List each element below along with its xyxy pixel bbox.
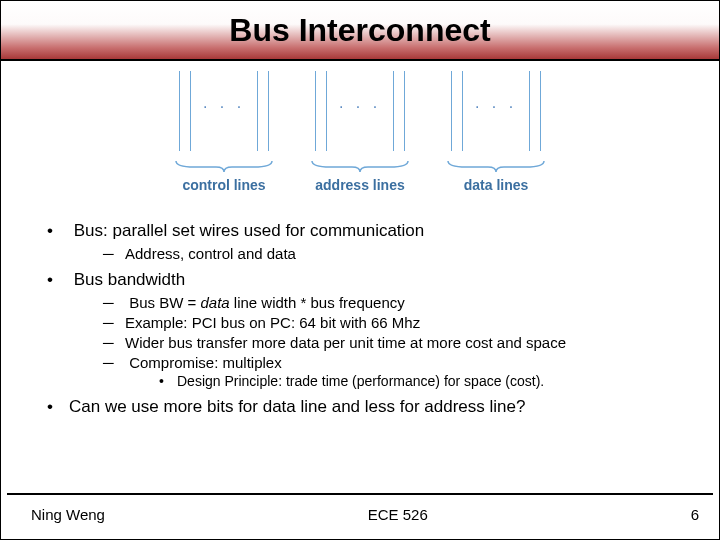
- bullet-bw-compromise: Compromise: multiplex Design Principle: …: [103, 354, 685, 389]
- text: Compromise: multiplex: [129, 354, 282, 371]
- bullet-bus-bw: Bus bandwidth Bus BW = data line width *…: [47, 270, 685, 389]
- bus-label-address: address lines: [315, 177, 405, 193]
- brace-icon: [174, 159, 274, 173]
- footer-course: ECE 526: [368, 506, 428, 523]
- text: Bus BW =: [129, 294, 200, 311]
- slide: Bus Interconnect . . . control lines . .…: [0, 0, 720, 540]
- bullet-bw-wider: Wider bus transfer more data per unit ti…: [103, 334, 685, 351]
- bullet-design-principle: Design Principle: trade time (performanc…: [159, 373, 685, 389]
- brace-icon: [310, 159, 410, 173]
- footer-page-number: 6: [691, 506, 699, 523]
- text: line width * bus frequency: [230, 294, 405, 311]
- bullet-bus-def: Bus: parallel set wires used for communi…: [47, 221, 685, 262]
- bus-group-control: . . . control lines: [174, 71, 274, 193]
- ellipsis-icon: . . .: [473, 94, 519, 112]
- text: Bus bandwidth: [74, 270, 186, 289]
- bullet-bw-formula: Bus BW = data line width * bus frequency: [103, 294, 685, 311]
- bullet-bus-def-sub: Address, control and data: [103, 245, 685, 262]
- title-band: Bus Interconnect: [1, 1, 719, 61]
- bullet-bw-example: Example: PCI bus on PC: 64 bit with 66 M…: [103, 314, 685, 331]
- content: Bus: parallel set wires used for communi…: [1, 215, 719, 493]
- footer: Ning Weng ECE 526 6: [7, 493, 713, 533]
- bus-group-data: . . . data lines: [446, 71, 546, 193]
- footer-author: Ning Weng: [31, 506, 105, 523]
- brace-icon: [446, 159, 546, 173]
- wires-address: . . .: [315, 71, 405, 161]
- ellipsis-icon: . . .: [201, 94, 247, 112]
- bus-group-address: . . . address lines: [310, 71, 410, 193]
- ellipsis-icon: . . .: [337, 94, 383, 112]
- bus-label-control: control lines: [182, 177, 265, 193]
- bus-label-data: data lines: [464, 177, 529, 193]
- wires-data: . . .: [451, 71, 541, 161]
- wires-control: . . .: [179, 71, 269, 161]
- text-italic: data: [200, 294, 229, 311]
- slide-title: Bus Interconnect: [229, 12, 490, 49]
- bullet-question: Can we use more bits for data line and l…: [47, 397, 685, 417]
- bus-diagram: . . . control lines . . . address lines: [1, 65, 719, 215]
- text: Bus: parallel set wires used for communi…: [74, 221, 425, 240]
